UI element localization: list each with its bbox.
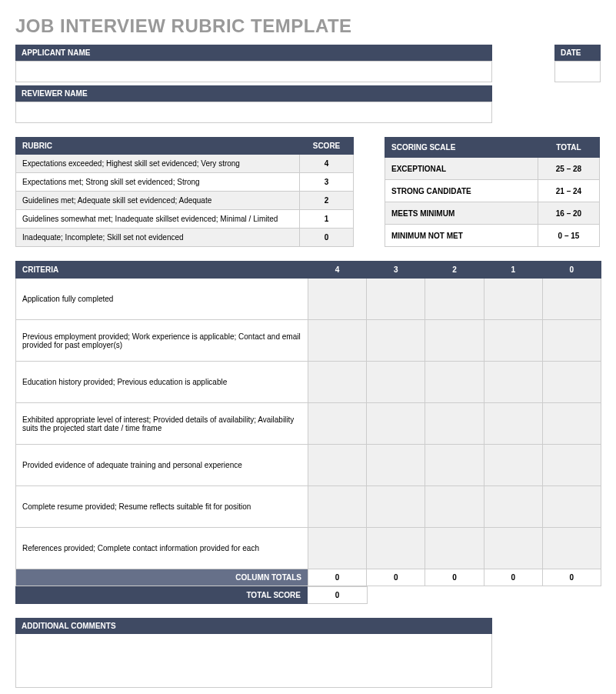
score-cell[interactable] (308, 486, 367, 528)
criteria-header: CRITERIA (16, 262, 308, 279)
score-cell[interactable] (542, 403, 601, 445)
score-cell[interactable] (484, 403, 542, 445)
score-cell[interactable] (308, 403, 367, 445)
table-row: STRONG CANDIDATE21 – 24 (385, 180, 600, 202)
table-row: MEETS MINIMUM16 – 20 (385, 202, 600, 225)
score-cell[interactable] (484, 362, 542, 403)
table-row: Exhibited appropriate level of interest;… (16, 403, 601, 445)
score-cell[interactable] (367, 403, 425, 445)
score-cell[interactable] (367, 279, 425, 320)
score-cell[interactable] (425, 362, 484, 403)
page-title: JOB INTERVIEW RUBRIC TEMPLATE (15, 15, 601, 37)
score-cell[interactable] (425, 528, 484, 569)
score-cell[interactable] (484, 528, 542, 569)
table-row: EXCEPTIONAL25 – 28 (385, 158, 600, 180)
score-cell[interactable] (308, 528, 367, 569)
score-cell[interactable] (542, 320, 601, 362)
table-row: Guidelines somewhat met; Inadequate skil… (16, 210, 354, 229)
score-cell[interactable] (367, 362, 425, 403)
col3-header: 3 (367, 262, 425, 279)
col4-header: 4 (308, 262, 367, 279)
reviewer-name-input[interactable] (15, 102, 492, 123)
total-header: TOTAL (538, 138, 600, 158)
additional-comments-input[interactable] (15, 634, 492, 688)
score-cell[interactable] (308, 362, 367, 403)
reviewer-name-label: REVIEWER NAME (15, 85, 492, 102)
rubric-header: RUBRIC (16, 138, 300, 155)
table-row: Education history provided; Previous edu… (16, 362, 601, 403)
col2-header: 2 (425, 262, 484, 279)
score-cell[interactable] (542, 445, 601, 486)
table-row: References provided; Complete contact in… (16, 528, 601, 569)
total-score-label: TOTAL SCORE (15, 586, 308, 604)
rubric-table: RUBRIC SCORE Expectations exceeded; High… (15, 137, 354, 247)
score-cell[interactable] (367, 528, 425, 569)
table-row: Complete resume provided; Resume reflect… (16, 486, 601, 528)
total-score-row: TOTAL SCORE 0 (15, 586, 368, 604)
table-row: Expectations exceeded; Highest skill set… (16, 155, 354, 173)
score-cell[interactable] (484, 486, 542, 528)
score-cell[interactable] (367, 486, 425, 528)
table-row: Application fully completed (16, 279, 601, 320)
col0-header: 0 (542, 262, 601, 279)
scoring-scale-header: SCORING SCALE (385, 138, 538, 158)
score-cell[interactable] (308, 320, 367, 362)
total-score-value: 0 (308, 586, 368, 604)
score-cell[interactable] (542, 279, 601, 320)
score-cell[interactable] (484, 279, 542, 320)
date-label: DATE (554, 45, 601, 61)
score-cell[interactable] (484, 445, 542, 486)
table-row: Expectations met; Strong skill set evide… (16, 173, 354, 192)
scoring-scale-table: SCORING SCALE TOTAL EXCEPTIONAL25 – 28 S… (385, 137, 600, 247)
criteria-table: CRITERIA 4 3 2 1 0 Application fully com… (15, 261, 601, 586)
table-row: MINIMUM NOT MET0 – 15 (385, 225, 600, 247)
column-totals-label: COLUMN TOTALS (16, 569, 308, 586)
score-cell[interactable] (367, 445, 425, 486)
score-cell[interactable] (542, 486, 601, 528)
applicant-name-input[interactable] (15, 61, 492, 82)
score-cell[interactable] (367, 320, 425, 362)
score-cell[interactable] (542, 528, 601, 569)
score-cell[interactable] (425, 320, 484, 362)
score-cell[interactable] (308, 279, 367, 320)
score-cell[interactable] (308, 445, 367, 486)
table-row: Provided evidence of adequate training a… (16, 445, 601, 486)
additional-comments-label: ADDITIONAL COMMENTS (15, 618, 492, 634)
score-cell[interactable] (425, 486, 484, 528)
column-totals-row: COLUMN TOTALS 0 0 0 0 0 (16, 569, 601, 586)
table-row: Inadequate; Incomplete; Skill set not ev… (16, 229, 354, 247)
table-row: Guidelines met; Adequate skill set evide… (16, 192, 354, 210)
score-cell[interactable] (542, 362, 601, 403)
col1-header: 1 (484, 262, 542, 279)
table-row: Previous employment provided; Work exper… (16, 320, 601, 362)
score-cell[interactable] (425, 445, 484, 486)
score-header: SCORE (300, 138, 354, 155)
date-input[interactable] (554, 61, 601, 82)
score-cell[interactable] (425, 279, 484, 320)
score-cell[interactable] (484, 320, 542, 362)
score-cell[interactable] (425, 403, 484, 445)
applicant-name-label: APPLICANT NAME (15, 45, 492, 61)
